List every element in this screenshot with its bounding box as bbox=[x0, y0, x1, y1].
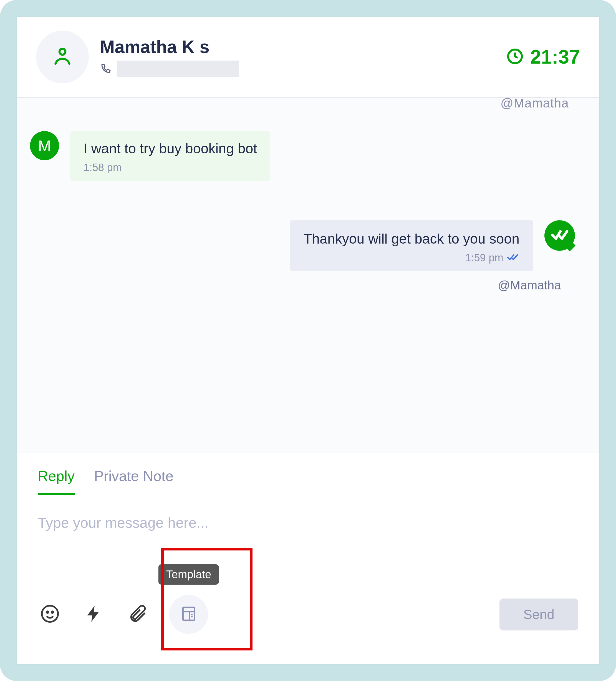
svg-point-4 bbox=[52, 611, 53, 613]
timer-value: 21:37 bbox=[530, 46, 580, 68]
template-icon bbox=[180, 605, 197, 624]
paperclip-icon bbox=[128, 604, 148, 625]
incoming-message-row: M I want to try buy booking bot 1:58 pm bbox=[30, 131, 586, 181]
emoji-icon bbox=[40, 604, 60, 625]
lightning-icon bbox=[84, 604, 104, 625]
person-icon bbox=[51, 45, 74, 69]
conversation-timer: 21:37 bbox=[506, 46, 580, 68]
read-receipt-icon bbox=[507, 254, 519, 262]
quick-reply-button[interactable] bbox=[82, 602, 106, 627]
whatsapp-check-icon bbox=[551, 228, 568, 243]
incoming-bubble[interactable]: I want to try buy booking bot 1:58 pm bbox=[70, 131, 270, 181]
chat-window: Mamatha K s 21:37 bbox=[17, 17, 599, 664]
sender-avatar[interactable]: M bbox=[30, 131, 59, 160]
outgoing-text: Thankyou will get back to you soon bbox=[303, 231, 519, 247]
outgoing-message-row: Thankyou will get back to you soon 1:59 … bbox=[30, 220, 586, 271]
phone-icon bbox=[100, 62, 112, 76]
incoming-text: I want to try buy booking bot bbox=[83, 141, 257, 157]
composer-toolbar: Template Send bbox=[33, 595, 583, 634]
outgoing-mention: @Mamatha bbox=[30, 278, 586, 292]
template-tooltip: Template bbox=[158, 564, 219, 585]
clock-icon bbox=[506, 47, 524, 67]
previous-mention-fragment: @Mamatha bbox=[501, 98, 569, 110]
outgoing-bubble[interactable]: Thankyou will get back to you soon 1:59 … bbox=[290, 220, 533, 271]
chat-header: Mamatha K s 21:37 bbox=[17, 17, 599, 98]
svg-point-0 bbox=[59, 49, 65, 55]
contact-info: Mamatha K s bbox=[100, 37, 239, 77]
composer-tabs: Reply Private Note bbox=[33, 463, 583, 495]
emoji-button[interactable] bbox=[38, 602, 62, 627]
svg-point-3 bbox=[47, 611, 48, 613]
contact-phone-row bbox=[100, 60, 239, 77]
template-button[interactable]: Template bbox=[169, 595, 208, 634]
phone-number-masked bbox=[117, 60, 239, 77]
outgoing-time: 1:59 pm bbox=[465, 252, 503, 264]
contact-avatar[interactable] bbox=[36, 30, 89, 83]
tab-private-note[interactable]: Private Note bbox=[94, 463, 173, 495]
incoming-time: 1:58 pm bbox=[83, 162, 257, 174]
chat-messages[interactable]: @Mamatha M I want to try buy booking bot… bbox=[17, 98, 599, 453]
svg-point-2 bbox=[42, 606, 58, 622]
message-input[interactable] bbox=[33, 511, 583, 534]
composer: Reply Private Note bbox=[17, 453, 599, 664]
attachment-button[interactable] bbox=[126, 602, 150, 627]
channel-badge bbox=[544, 220, 575, 251]
contact-name[interactable]: Mamatha K s bbox=[100, 37, 239, 57]
tab-reply[interactable]: Reply bbox=[38, 463, 75, 495]
send-button[interactable]: Send bbox=[500, 599, 578, 630]
